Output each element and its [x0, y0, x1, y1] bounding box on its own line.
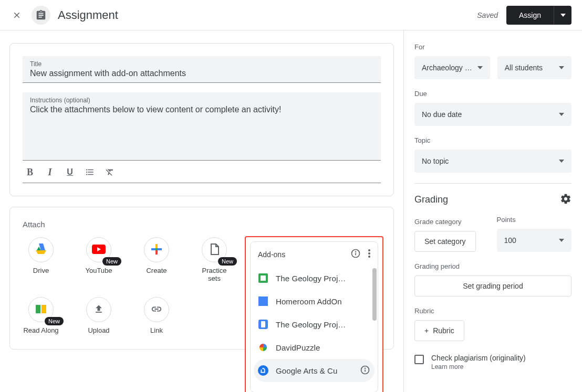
more-icon[interactable]: [368, 249, 370, 259]
caret-down-icon: [559, 160, 564, 163]
practice-sets-icon: [209, 243, 220, 257]
svg-rect-4: [155, 244, 158, 248]
attach-read-along[interactable]: New Read Along: [23, 297, 59, 334]
info-icon[interactable]: [350, 248, 361, 260]
addons-panel: Add-ons The Geology Proj… Homeroom AddOn…: [250, 241, 378, 392]
addon-icon: [258, 273, 268, 283]
addon-item[interactable]: DavidPuzzle: [251, 336, 378, 359]
italic-button[interactable]: I: [45, 167, 55, 177]
instructions-label: Instructions (optional): [30, 97, 373, 104]
addons-panel-highlight: Add-ons The Geology Proj… Homeroom AddOn…: [245, 236, 383, 392]
scrollbar[interactable]: [372, 268, 377, 321]
class-select[interactable]: Archaeology …: [414, 56, 490, 79]
svg-point-8: [368, 249, 370, 251]
instructions-field[interactable]: Instructions (optional) Click the attach…: [23, 92, 381, 161]
bullet-list-button[interactable]: [85, 167, 95, 177]
rubric-label: Rubric: [414, 307, 571, 315]
divider: [414, 183, 571, 184]
title-input[interactable]: New assignment with add-on attachments: [30, 69, 373, 78]
rubric-button[interactable]: + Rubric: [414, 320, 464, 341]
svg-point-16: [258, 365, 268, 376]
plagiarism-checkbox[interactable]: [414, 355, 424, 364]
title-field[interactable]: Title New assignment with add-on attachm…: [23, 56, 381, 83]
caret-down-icon: [559, 113, 564, 116]
set-category-button[interactable]: Set category: [414, 231, 476, 252]
caret-down-icon: [477, 66, 483, 69]
svg-point-9: [368, 252, 370, 255]
due-label: Due: [414, 90, 571, 98]
link-icon: [151, 303, 162, 316]
topic-select[interactable]: No topic: [414, 150, 571, 173]
grading-title: Grading: [414, 194, 448, 205]
students-select[interactable]: All students: [497, 56, 571, 79]
addon-item[interactable]: Homeroom AddOn: [251, 290, 378, 313]
plus-icon: +: [424, 326, 429, 335]
attach-upload[interactable]: Upload: [80, 297, 117, 334]
svg-point-7: [356, 251, 356, 252]
title-label: Title: [30, 60, 373, 68]
grade-category-label: Grade category: [414, 218, 490, 226]
page-title: Assignment: [58, 8, 118, 22]
read-along-icon: [35, 304, 47, 316]
addons-title: Add-ons: [258, 250, 350, 259]
underline-button[interactable]: U: [65, 167, 75, 177]
caret-down-icon: [559, 239, 564, 242]
close-icon[interactable]: [11, 9, 23, 22]
saved-status: Saved: [477, 11, 498, 19]
caret-down-icon: [559, 66, 564, 69]
addons-list[interactable]: The Geology Proj… Homeroom AddOn The Geo…: [251, 267, 378, 391]
attach-practice-sets[interactable]: New Practice sets: [196, 237, 233, 282]
caret-down-icon: [560, 14, 566, 17]
clear-format-button[interactable]: [105, 167, 115, 177]
svg-rect-3: [155, 248, 158, 250]
plagiarism-label: Check plagiarism (originality): [431, 354, 526, 362]
create-icon: [151, 244, 162, 256]
gear-icon[interactable]: [560, 193, 571, 206]
points-label: Points: [497, 216, 572, 224]
sidebar: For Archaeology … All students Due No du…: [403, 30, 582, 392]
attach-create[interactable]: Create: [138, 237, 175, 282]
learn-more-link[interactable]: Learn more: [431, 363, 526, 370]
addon-icon: [258, 296, 268, 306]
drive-icon: [35, 243, 47, 257]
assignment-icon: [32, 6, 50, 25]
assignment-card: Title New assignment with add-on attachm…: [9, 43, 394, 196]
addon-icon: [258, 319, 268, 330]
set-grading-period-button[interactable]: Set grading period: [414, 276, 571, 296]
svg-point-19: [365, 368, 366, 368]
grading-period-label: Grading period: [414, 262, 571, 270]
svg-point-10: [368, 256, 370, 258]
addon-item[interactable]: The Geology Proj…: [251, 313, 378, 336]
addon-item-hover[interactable]: Google Arts & Cu: [254, 359, 375, 382]
points-select[interactable]: 100: [497, 229, 572, 252]
format-toolbar: B I U: [23, 167, 381, 183]
top-bar: Assignment Saved Assign: [0, 0, 582, 30]
assign-button[interactable]: Assign: [506, 6, 554, 25]
svg-rect-12: [261, 276, 266, 281]
bold-button[interactable]: B: [25, 167, 35, 177]
info-icon[interactable]: [360, 365, 370, 377]
attach-youtube[interactable]: New YouTube: [80, 237, 117, 282]
addon-icon: [258, 342, 268, 353]
attach-grid: Drive New YouTube Create New Practice se…: [23, 237, 238, 334]
instructions-input[interactable]: Click the attachments below to view cont…: [30, 105, 373, 114]
due-select[interactable]: No due date: [414, 103, 571, 126]
for-label: For: [414, 43, 571, 51]
youtube-icon: [92, 245, 106, 256]
attach-drive[interactable]: Drive: [23, 237, 59, 282]
svg-rect-13: [258, 296, 268, 306]
attach-label: Attach: [23, 220, 381, 229]
svg-rect-15: [261, 321, 265, 327]
addon-item[interactable]: The Geology Proj…: [251, 267, 378, 290]
assign-dropdown[interactable]: [554, 6, 571, 25]
addon-icon: [258, 365, 268, 376]
topic-label: Topic: [414, 136, 571, 144]
attach-link[interactable]: Link: [138, 297, 175, 334]
upload-icon: [93, 304, 104, 316]
